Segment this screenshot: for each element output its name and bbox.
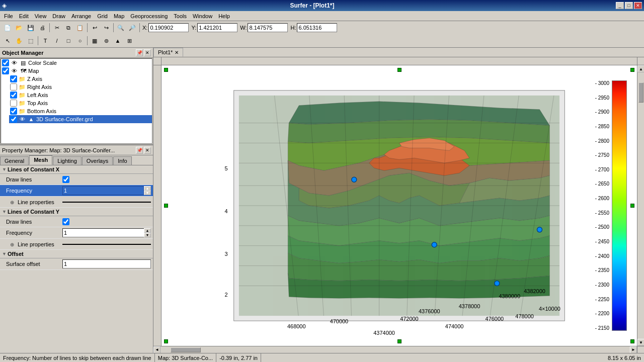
vscroll-up-button[interactable]: ▲ <box>637 65 644 72</box>
obj-item-3d-surface[interactable]: 👁 ▲ 3D Surface-Conifer.grd <box>9 115 152 123</box>
handle-ml[interactable] <box>164 204 168 208</box>
paste-button[interactable]: 📋 <box>74 23 86 33</box>
new-button[interactable]: 📄 <box>2 23 13 33</box>
y-input[interactable] <box>197 23 237 32</box>
section-constant-y[interactable]: ▼ Lines of Constant Y <box>0 208 153 216</box>
obj-item-color-scale[interactable]: 👁 ▤ Color Scale <box>1 59 152 67</box>
handle-tl[interactable] <box>164 68 168 72</box>
svg-text:468000: 468000 <box>287 323 306 329</box>
zoom-out-button[interactable]: 🔍 <box>115 23 126 33</box>
open-button[interactable]: 📂 <box>14 23 25 33</box>
hscroll-right-button[interactable]: ► <box>630 346 637 353</box>
hscroll-thumb[interactable] <box>171 347 201 352</box>
menu-help[interactable]: Help <box>215 12 233 20</box>
w-input[interactable] <box>248 23 288 32</box>
frequency-y-spin-up[interactable]: ▲ <box>144 228 151 233</box>
menu-tools[interactable]: Tools <box>171 12 190 20</box>
tab-general[interactable]: General <box>0 156 29 165</box>
prop-pin-button[interactable]: 📌 <box>136 147 143 154</box>
frequency-y-input[interactable] <box>62 228 144 237</box>
handle-bc[interactable] <box>397 339 401 343</box>
shaded-relief[interactable]: ▦ <box>89 36 100 46</box>
menu-view[interactable]: View <box>32 12 50 20</box>
handle-bl[interactable] <box>164 339 168 343</box>
handle-tr[interactable] <box>630 68 634 72</box>
vscroll-down-button[interactable]: ▼ <box>637 339 644 346</box>
tab-lighting[interactable]: Lighting <box>53 156 82 165</box>
tab-overlays[interactable]: Overlays <box>82 156 113 165</box>
frequency-x-spin-down[interactable]: ▼ <box>144 191 151 195</box>
draw-rect[interactable]: □ <box>63 36 74 46</box>
zoom-in-button[interactable]: 🔎 <box>127 23 138 33</box>
obj-checkbox-bottom-axis[interactable] <box>10 108 17 115</box>
expand-line-props-x[interactable]: ⊕ <box>10 200 14 205</box>
panel-pin-button[interactable]: 📌 <box>136 49 143 56</box>
doc-tab-plot1[interactable]: Plot1* ✕ <box>153 48 183 57</box>
obj-item-top-axis[interactable]: 📁 Top Axis <box>9 99 152 107</box>
canvas-viewport[interactable]: 468000 470000 4374000 472000 4376000 474… <box>162 65 637 346</box>
menu-grid[interactable]: Grid <box>94 12 111 20</box>
obj-checkbox-color-scale[interactable] <box>2 59 9 66</box>
hscroll-left-button[interactable]: ◄ <box>153 346 160 353</box>
undo-button[interactable]: ↩ <box>89 23 100 33</box>
x-input[interactable] <box>148 23 189 32</box>
prop-frequency-x[interactable]: Frequency ▲ ▼ <box>0 185 153 197</box>
section-offset[interactable]: ▼ Offset <box>0 250 153 258</box>
obj-item-right-axis[interactable]: 📁 Right Axis <box>9 83 152 91</box>
obj-checkbox-top-axis[interactable] <box>10 100 17 107</box>
pan-tool[interactable]: ✋ <box>14 36 25 46</box>
menu-file[interactable]: File <box>1 12 16 20</box>
menu-map[interactable]: Map <box>111 12 127 20</box>
save-button[interactable]: 💾 <box>25 23 36 33</box>
draw-ellipse[interactable]: ○ <box>74 36 86 46</box>
obj-checkbox-right-axis[interactable] <box>10 83 17 90</box>
cut-button[interactable]: ✂ <box>51 23 62 33</box>
obj-item-left-axis[interactable]: 📁 Left Axis <box>9 91 152 99</box>
handle-br[interactable] <box>630 339 634 343</box>
frequency-x-input[interactable] <box>62 186 144 195</box>
copy-button[interactable]: ⧉ <box>63 23 74 33</box>
surface-offset-input[interactable] <box>62 259 151 268</box>
frequency-x-spin-up[interactable]: ▲ <box>144 186 151 191</box>
menu-edit[interactable]: Edit <box>16 12 32 20</box>
contour[interactable]: ⊚ <box>101 36 112 46</box>
handle-tc[interactable] <box>397 68 401 72</box>
minimize-button[interactable]: _ <box>616 2 624 9</box>
zoom-rect-tool[interactable]: ⬚ <box>25 36 36 46</box>
doc-tab-close[interactable]: ✕ <box>175 50 179 55</box>
obj-checkbox-left-axis[interactable] <box>10 92 17 99</box>
vscroll-thumb[interactable] <box>638 82 643 103</box>
select-tool[interactable]: ↖ <box>2 36 13 46</box>
handle-mr[interactable] <box>630 204 634 208</box>
draw-text[interactable]: T <box>40 36 51 46</box>
prop-line-props-y: ⊕ Line properties <box>0 239 153 250</box>
obj-checkbox-3d-surface[interactable] <box>10 116 17 123</box>
obj-checkbox-map[interactable] <box>2 67 9 74</box>
draw-lines-y-checkbox[interactable] <box>62 218 69 225</box>
close-button[interactable]: ✕ <box>634 2 642 9</box>
restore-button[interactable]: □ <box>625 2 633 9</box>
obj-item-bottom-axis[interactable]: 📁 Bottom Axis <box>9 107 152 115</box>
draw-lines-x-checkbox[interactable] <box>62 176 69 183</box>
menu-draw[interactable]: Draw <box>49 12 68 20</box>
section-constant-x[interactable]: ▼ Lines of Constant X <box>0 165 153 174</box>
tab-mesh[interactable]: Mesh <box>29 155 52 165</box>
menu-arrange[interactable]: Arrange <box>68 12 94 20</box>
print-button[interactable]: 🖨 <box>37 23 48 33</box>
wireframe[interactable]: ⊞ <box>124 36 135 46</box>
panel-close-button[interactable]: ✕ <box>144 49 151 56</box>
frequency-y-spin-down[interactable]: ▼ <box>144 233 151 237</box>
expand-line-props-y[interactable]: ⊕ <box>10 242 14 247</box>
menu-geoprocessing[interactable]: Geoprocessing <box>127 12 171 20</box>
tab-info[interactable]: Info <box>113 156 131 165</box>
obj-item-z-axis[interactable]: 📁 Z Axis <box>9 75 152 83</box>
prop-close-button[interactable]: ✕ <box>144 147 151 154</box>
redo-button[interactable]: ↪ <box>101 23 112 33</box>
h-input[interactable] <box>297 23 337 32</box>
svg-text:2: 2 <box>225 292 228 298</box>
draw-line[interactable]: / <box>51 36 62 46</box>
obj-checkbox-z-axis[interactable] <box>10 75 17 82</box>
menu-window[interactable]: Window <box>190 12 215 20</box>
obj-item-map[interactable]: 👁 🗺 Map <box>1 67 152 75</box>
3d-surface[interactable]: ▲ <box>112 36 123 46</box>
